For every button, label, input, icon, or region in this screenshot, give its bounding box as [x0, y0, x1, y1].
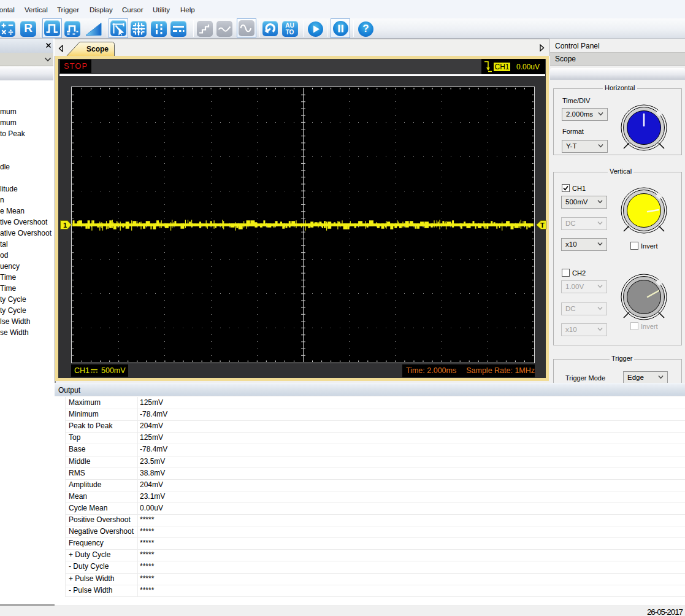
svg-text:1: 1 [63, 221, 67, 229]
svg-text:T: T [540, 221, 545, 229]
